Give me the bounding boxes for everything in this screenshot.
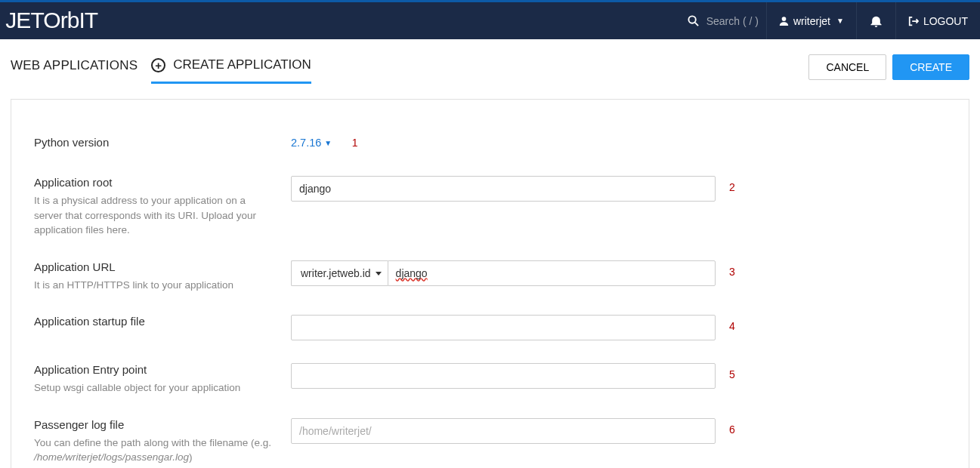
row-entry-point: Application Entry point Setup wsgi calla…: [34, 363, 946, 396]
username-label: writerjet: [793, 15, 830, 27]
bell-icon: [870, 15, 882, 27]
page-header: WEB APPLICATIONS + CREATE APPLICATION CA…: [0, 39, 980, 84]
app-url-path-value: django: [396, 267, 428, 279]
brand-logo: JETOrbIT: [0, 10, 156, 32]
svg-text:JETOrbIT: JETOrbIT: [5, 10, 98, 32]
row-python-version: Python version 2.7.16 ▼ 1: [34, 136, 946, 153]
hint-logfile: You can define the path along with the f…: [34, 436, 276, 465]
top-navbar: JETOrbIT Search ( / ) writerjet ▼ LOGOUT: [0, 0, 980, 39]
python-version-dropdown[interactable]: 2.7.16 ▼: [291, 137, 332, 149]
caret-down-icon: ▼: [836, 17, 844, 25]
label-startup: Application startup file: [34, 315, 276, 328]
create-button[interactable]: CREATE: [892, 54, 969, 80]
create-application-tab[interactable]: + CREATE APPLICATION: [151, 50, 311, 84]
user-menu[interactable]: writerjet ▼: [766, 2, 856, 39]
domain-value: writer.jetweb.id: [301, 267, 371, 279]
app-url-domain-dropdown[interactable]: writer.jetweb.id: [291, 260, 388, 286]
python-version-value: 2.7.16: [291, 137, 321, 149]
row-app-root: Application root It is a physical addres…: [34, 176, 946, 238]
annotation-6: 6: [729, 423, 735, 436]
search-placeholder: Search ( / ): [706, 15, 759, 27]
logout-button[interactable]: LOGOUT: [895, 2, 980, 39]
label-python-version: Python version: [34, 136, 276, 149]
hint-app-root: It is a physical address to your applica…: [34, 193, 276, 238]
svg-point-3: [782, 17, 787, 21]
annotation-2: 2: [729, 181, 735, 193]
logout-icon: [908, 16, 919, 26]
logout-label: LOGOUT: [923, 15, 968, 27]
search-icon: [688, 15, 699, 26]
label-app-url: Application URL: [34, 260, 276, 273]
hint-entry: Setup wsgi callable object for your appl…: [34, 380, 276, 396]
caret-down-icon: ▼: [324, 139, 332, 147]
breadcrumb[interactable]: WEB APPLICATIONS: [11, 51, 151, 84]
app-url-path-input[interactable]: django: [388, 260, 716, 286]
row-app-url: Application URL It is an HTTP/HTTPS link…: [34, 260, 946, 293]
annotation-3: 3: [729, 266, 735, 278]
annotation-5: 5: [729, 368, 735, 380]
svg-point-1: [688, 16, 695, 23]
hint-app-url: It is an HTTP/HTTPS link to your applica…: [34, 278, 276, 293]
annotation-1: 1: [352, 137, 358, 149]
cancel-button[interactable]: CANCEL: [808, 54, 886, 80]
global-search[interactable]: Search ( / ): [680, 15, 766, 27]
svg-line-2: [695, 23, 698, 26]
app-root-input[interactable]: [291, 176, 716, 202]
tab-label: CREATE APPLICATION: [173, 57, 311, 72]
label-app-root: Application root: [34, 176, 276, 189]
form-card: Python version 2.7.16 ▼ 1 Application ro…: [11, 99, 969, 468]
plus-circle-icon: +: [151, 58, 165, 72]
log-file-input[interactable]: [291, 418, 716, 444]
row-startup-file: Application startup file 4: [34, 315, 946, 340]
notifications-button[interactable]: [856, 2, 895, 39]
row-log-file: Passenger log file You can define the pa…: [34, 418, 946, 465]
user-icon: [779, 16, 789, 26]
startup-file-input[interactable]: [291, 315, 716, 340]
label-logfile: Passenger log file: [34, 418, 276, 431]
annotation-4: 4: [729, 320, 735, 332]
label-entry: Application Entry point: [34, 363, 276, 376]
entry-point-input[interactable]: [291, 363, 716, 389]
